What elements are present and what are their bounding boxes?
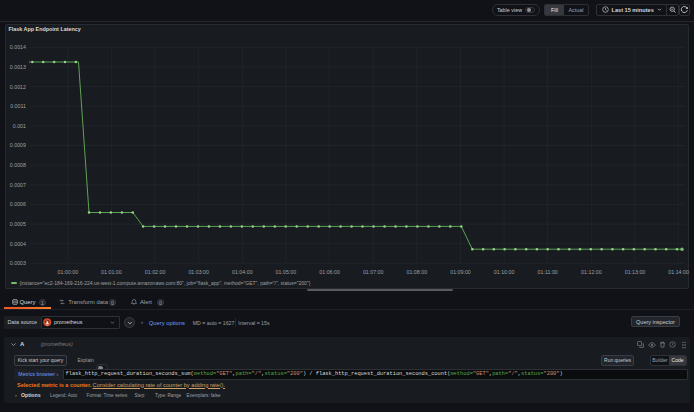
svg-text:0.0011: 0.0011 bbox=[10, 103, 26, 109]
svg-text:01:11:00: 01:11:00 bbox=[538, 269, 558, 275]
svg-text:01:06:00: 01:06:00 bbox=[319, 269, 340, 275]
svg-text:01:13:00: 01:13:00 bbox=[625, 269, 646, 275]
svg-text:01:00:00: 01:00:00 bbox=[57, 269, 78, 275]
svg-text:0.0004: 0.0004 bbox=[10, 241, 26, 247]
svg-text:0.0007: 0.0007 bbox=[10, 182, 26, 188]
svg-text:01:01:00: 01:01:00 bbox=[101, 269, 122, 275]
svg-text:0.0005: 0.0005 bbox=[10, 221, 26, 227]
svg-text:0.0013: 0.0013 bbox=[10, 64, 26, 70]
svg-text:0.0012: 0.0012 bbox=[10, 84, 26, 90]
svg-text:01:04:00: 01:04:00 bbox=[232, 269, 253, 275]
svg-text:0.0003: 0.0003 bbox=[10, 260, 26, 266]
svg-text:01:03:00: 01:03:00 bbox=[188, 269, 209, 275]
svg-text:01:12:00: 01:12:00 bbox=[581, 269, 602, 275]
svg-text:0.0014: 0.0014 bbox=[10, 44, 26, 50]
svg-text:01:02:00: 01:02:00 bbox=[145, 269, 166, 275]
svg-text:01:05:00: 01:05:00 bbox=[276, 269, 297, 275]
svg-text:01:09:00: 01:09:00 bbox=[450, 269, 471, 275]
svg-text:01:08:00: 01:08:00 bbox=[406, 269, 427, 275]
svg-text:0.001: 0.001 bbox=[13, 123, 26, 129]
svg-text:01:07:00: 01:07:00 bbox=[363, 269, 384, 275]
svg-text:0.0009: 0.0009 bbox=[10, 142, 26, 148]
svg-text:01:10:00: 01:10:00 bbox=[494, 269, 515, 275]
svg-text:0.0006: 0.0006 bbox=[10, 201, 26, 207]
svg-text:0.0008: 0.0008 bbox=[10, 162, 26, 168]
svg-text:01:14:00: 01:14:00 bbox=[668, 269, 689, 275]
